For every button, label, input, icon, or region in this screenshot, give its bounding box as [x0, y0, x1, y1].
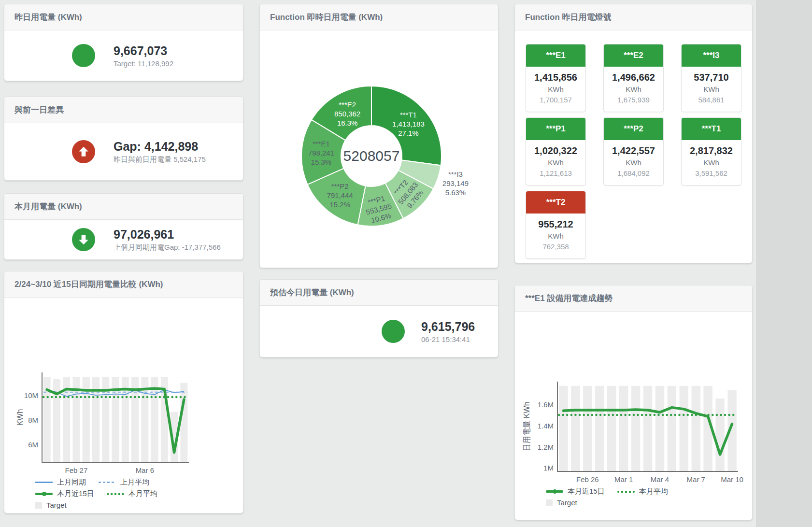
- tile-unit: KWh: [527, 157, 584, 168]
- y-tick-label: 6M: [28, 441, 38, 449]
- tile-header: ***P2: [604, 118, 663, 140]
- card-title: 預估今日用電量 (KWh): [260, 280, 498, 306]
- tile-unit: KWh: [683, 157, 740, 168]
- tile-value: 537,710: [683, 71, 740, 84]
- y-axis-title: KWh: [16, 409, 24, 426]
- tile-header: ***T2: [526, 191, 585, 214]
- legend-item-上月平均[interactable]: 上月平均: [99, 478, 149, 487]
- tile-unit: KWh: [527, 84, 584, 95]
- target-bar: [680, 386, 688, 471]
- light-tile-T2: ***T2955,212KWh762,358: [526, 191, 586, 259]
- tile-target: 762,358: [527, 242, 584, 252]
- month-usage-value: 97,026,961: [114, 227, 221, 242]
- y-tick-label: 1M: [543, 464, 554, 472]
- legend-item-本月平均[interactable]: 本月平均: [107, 489, 157, 499]
- x-tick-label: Mar 7: [687, 475, 705, 484]
- target-bar: [583, 386, 592, 471]
- tile-target: 1,684,092: [605, 168, 662, 179]
- legend-label: 本月平均: [128, 489, 157, 499]
- y-tick-label: 1.4M: [538, 422, 554, 430]
- stat-body: 9,667,073 Target: 11,128,992: [4, 30, 243, 81]
- y-tick-label: 1.6M: [538, 400, 554, 409]
- target-bar: [595, 386, 604, 471]
- tile-header: ***I3: [682, 44, 741, 67]
- target-bar: [715, 399, 724, 471]
- tile-value: 1,496,662: [605, 71, 662, 84]
- tile-body: 537,710KWh584,861: [682, 67, 741, 112]
- legend-label: 本月近15日: [57, 489, 94, 499]
- tile-value: 1,422,557: [605, 144, 662, 157]
- light-tile-P2: ***P21,422,557KWh1,684,092: [603, 117, 664, 185]
- legend-row: 上月同期上月平均: [35, 478, 243, 487]
- legend-item-本月近15日[interactable]: 本月近15日: [35, 489, 94, 499]
- legend-dashed-line-sample: [617, 491, 635, 493]
- donut-center-total: 5208057: [343, 148, 400, 164]
- legend-label: 上月同期: [57, 478, 86, 487]
- target-bar: [180, 383, 187, 462]
- x-tick-label: Feb 26: [576, 475, 599, 484]
- card-estimate-today: 預估今日用電量 (KWh) 9,615,796 06-21 15:34:41: [259, 279, 499, 357]
- legend-label: 上月平均: [120, 478, 149, 487]
- x-tick-label: Mar 1: [614, 475, 633, 484]
- light-tile-E1: ***E11,415,856KWh1,700,157: [526, 44, 586, 112]
- tile-target: 1,121,613: [527, 168, 584, 179]
- target-bar: [619, 386, 628, 471]
- legend-line-sample: [35, 482, 53, 483]
- month-usage-gap: 上個月同期用電Gap: -17,377,566: [114, 243, 221, 252]
- stat-body: 97,026,961 上個月同期用電Gap: -17,377,566: [4, 220, 243, 259]
- y-tick-label: 10M: [24, 391, 38, 399]
- y-tick-label: 1.2M: [538, 443, 554, 451]
- legend-item-本月近15日[interactable]: 本月近15日: [546, 487, 605, 496]
- tile-body: 1,020,322KWh1,121,613: [526, 140, 585, 185]
- legend-item-上月同期[interactable]: 上月同期: [35, 478, 86, 487]
- legend-row: 本月近15日本月平均: [546, 487, 752, 496]
- e1-trend-chart-legend: 本月近15日本月平均Target: [546, 487, 752, 507]
- card-realtime-donut: Function 即時日用電量 (KWh) ***T11,413,18327.1…: [259, 4, 499, 268]
- legend-label: 本月平均: [639, 487, 668, 496]
- tile-header: ***T1: [682, 118, 741, 140]
- e1-trend-line-chart[interactable]: 1M1.2M1.4M1.6M日用電量 KWhFeb 26Mar 1Mar 4Ma…: [520, 375, 747, 485]
- compare-line-chart[interactable]: 6M8M10MKWhFeb 27Mar 6: [11, 366, 233, 476]
- card-title: 本月用電量 (KWh): [4, 194, 243, 220]
- card-title: Function 昨日用電燈號: [515, 4, 752, 30]
- legend-dashed-line-sample: [107, 493, 124, 495]
- legend-item-Target[interactable]: Target: [35, 501, 67, 509]
- legend-item-本月平均[interactable]: 本月平均: [617, 487, 668, 496]
- card-day-gap: 與前一日差異 Gap: 4,142,898 昨日與前日用電量 5,524,175: [4, 97, 243, 181]
- card-title: ***E1 設備用電達成趨勢: [515, 285, 752, 312]
- legend-row: Target: [546, 499, 752, 507]
- tile-target: 584,861: [683, 95, 740, 105]
- light-tile-E2: ***E21,496,662KWh1,675,939: [603, 44, 664, 112]
- legend-target-box-sample: [35, 502, 42, 509]
- green-down-arrow-icon: [72, 228, 95, 251]
- x-tick-label: Mar 10: [721, 475, 743, 484]
- card-yesterday-usage: 昨日用電量 (KWh) 9,667,073 Target: 11,128,992: [4, 4, 243, 81]
- tile-body: 1,415,856KWh1,700,157: [526, 67, 585, 112]
- tile-body: 2,817,832KWh3,591,562: [682, 140, 741, 185]
- legend-dashed-line-sample: [99, 482, 116, 483]
- target-bar: [631, 386, 640, 471]
- tile-unit: KWh: [605, 84, 662, 95]
- light-tile-T1: ***T12,817,832KWh3,591,562: [681, 117, 741, 185]
- estimate-timestamp: 06-21 15:34:41: [421, 335, 475, 343]
- x-tick-label: Feb 27: [65, 466, 88, 474]
- yesterday-usage-target: Target: 11,128,992: [114, 59, 173, 68]
- yesterday-usage-value: 9,667,073: [114, 43, 173, 58]
- target-bar: [607, 386, 616, 471]
- legend-item-Target[interactable]: Target: [546, 499, 577, 507]
- legend-label: 本月近15日: [568, 487, 605, 496]
- card-title: 2/24~3/10 近15日同期用電量比較 (KWh): [4, 271, 243, 298]
- tile-value: 1,020,322: [527, 144, 584, 157]
- card-title: 昨日用電量 (KWh): [4, 4, 243, 30]
- legend-row: Target: [35, 501, 243, 509]
- x-tick-label: Mar 4: [651, 475, 669, 484]
- tile-header: ***E1: [526, 44, 585, 67]
- tile-unit: KWh: [605, 157, 662, 168]
- target-bar: [559, 386, 568, 471]
- target-bar: [643, 386, 652, 471]
- realtime-usage-donut-chart[interactable]: ***T11,413,18327.1%***I3293,1495.63%***T…: [260, 30, 498, 264]
- green-status-circle-icon: [382, 320, 405, 343]
- tile-header: ***P1: [526, 118, 585, 140]
- stat-body: 9,615,796 06-21 15:34:41: [260, 306, 498, 357]
- card-e1-trend-chart: ***E1 設備用電達成趨勢 1M1.2M1.4M1.6M日用電量 KWhFeb…: [514, 285, 753, 520]
